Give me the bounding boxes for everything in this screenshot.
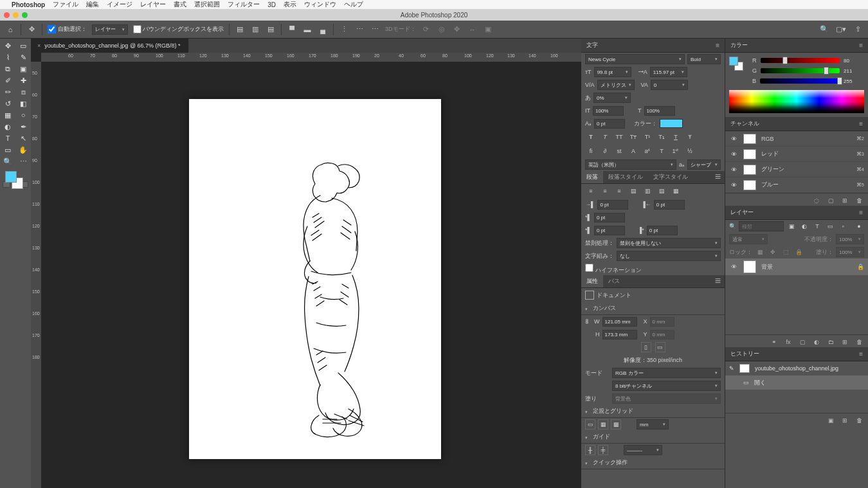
guides-toggle-button[interactable]: ▩ <box>611 419 621 429</box>
history-state-open[interactable]: ▭ 開く <box>725 375 868 390</box>
r-value[interactable]: 80 <box>844 58 860 64</box>
eyedropper-tool[interactable]: ✐ <box>0 75 15 86</box>
tab-paths[interactable]: パス <box>603 275 625 287</box>
new-layer-icon[interactable]: ⊞ <box>840 337 850 347</box>
justify-last-left-button[interactable]: ▤ <box>628 186 639 196</box>
g-slider[interactable] <box>761 68 840 73</box>
menu-view[interactable]: 表示 <box>284 0 296 9</box>
pen-tool[interactable]: ✒ <box>15 121 31 132</box>
filter-shape-icon[interactable]: ▭ <box>825 221 835 231</box>
tsume-field[interactable]: 0% <box>593 93 631 103</box>
blend-mode-select[interactable]: 通常 <box>729 234 768 244</box>
dodge-tool[interactable]: ◐ <box>0 121 15 132</box>
blur-tool[interactable]: ○ <box>15 109 31 121</box>
marquee-tool[interactable]: ▭ <box>15 40 31 51</box>
eraser-tool[interactable]: ◧ <box>15 98 31 109</box>
guide-lock-button[interactable]: ╪ <box>598 445 608 455</box>
layer-filter-input[interactable] <box>739 221 784 231</box>
italic-button[interactable]: T <box>599 132 611 142</box>
font-weight-select[interactable]: Bold <box>687 54 721 64</box>
font-family-select[interactable]: News Cycle <box>585 54 685 64</box>
lock-all-icon[interactable]: 🔒 <box>793 247 804 257</box>
menu-file[interactable]: ファイル <box>53 0 78 9</box>
tab-paragraph-styles[interactable]: 段落スタイル <box>603 171 648 183</box>
align-left-button[interactable]: ≡ <box>585 186 597 196</box>
filter-adjust-icon[interactable]: ◐ <box>799 221 809 231</box>
bit-depth-select[interactable]: 8 bit/チャンネル <box>612 381 721 391</box>
hscale-field[interactable]: 100% <box>644 106 675 116</box>
align-middle-icon[interactable]: ▬ <box>302 24 312 35</box>
layer-visibility-icon[interactable]: 👁 <box>729 264 738 270</box>
layer-style-icon[interactable]: fx <box>783 337 793 347</box>
channel-row-レッド[interactable]: 👁レッド⌘3 <box>725 147 868 162</box>
leading-field[interactable]: 115.97 pt <box>650 67 687 77</box>
text-color-swatch[interactable] <box>660 119 683 128</box>
filter-toggle-icon[interactable]: ● <box>854 221 864 231</box>
app-name[interactable]: Photoshop <box>12 1 45 8</box>
smallcaps-button[interactable]: Tᴛ <box>628 132 639 142</box>
channel-visibility-icon[interactable]: 👁 <box>729 167 738 173</box>
titling-button[interactable]: A <box>628 146 639 156</box>
ligature-button[interactable]: fi <box>585 146 597 156</box>
delete-layer-icon[interactable]: 🗑 <box>854 337 864 347</box>
canvas-viewport[interactable] <box>41 62 581 488</box>
character-panel-menu-icon[interactable]: ≡ <box>716 42 719 49</box>
fg-color-swatch[interactable] <box>729 57 738 66</box>
brush-tool[interactable]: ✏ <box>0 86 15 98</box>
menu-type[interactable]: 書式 <box>174 0 186 9</box>
history-brush-source-icon[interactable]: ✎ <box>729 365 734 372</box>
layers-panel-menu-icon[interactable]: ≡ <box>859 209 863 216</box>
ruler-horizontal[interactable]: 6070809010011012013014015016017018019020… <box>41 53 581 62</box>
crop-tool[interactable]: ⧉ <box>0 63 15 75</box>
shape-tool[interactable]: ▭ <box>0 144 15 156</box>
underline-button[interactable]: T <box>670 132 682 142</box>
layer-name[interactable]: 背景 <box>761 263 773 271</box>
menu-filter[interactable]: フィルター <box>228 0 260 9</box>
tracking-field[interactable]: 0 <box>651 80 688 90</box>
minimize-window-button[interactable] <box>13 12 19 18</box>
move-tool[interactable]: ✥ <box>0 40 15 51</box>
guide-preset-select[interactable]: ——— <box>624 445 662 455</box>
stylistic-button[interactable]: st <box>613 146 625 156</box>
color-mode-select[interactable]: RGB カラー <box>612 368 721 378</box>
bounding-box-checkbox[interactable]: バウンディングボックスを表示 <box>133 25 224 33</box>
align-center-button[interactable]: ≡ <box>599 186 611 196</box>
antialias-select[interactable]: シャープ <box>687 159 721 170</box>
menu-help[interactable]: ヘルプ <box>344 0 363 9</box>
new-channel-icon[interactable]: ⊞ <box>840 195 850 206</box>
fill-select[interactable]: 背景色 <box>612 393 721 404</box>
zoom-window-button[interactable] <box>22 12 28 18</box>
oldstyle-button[interactable]: ∂ <box>599 146 611 156</box>
channel-row-グリーン[interactable]: 👁グリーン⌘4 <box>725 162 868 177</box>
align-center-h-icon[interactable]: ▥ <box>250 24 260 35</box>
filter-type-icon[interactable]: T <box>812 221 822 231</box>
channel-row-RGB[interactable]: 👁RGB⌘2 <box>725 131 868 147</box>
menu-window[interactable]: ウィンドウ <box>304 0 336 9</box>
channels-panel-header[interactable]: チャンネル ≡ <box>725 117 868 131</box>
indent-right-field[interactable]: 0 pt <box>654 200 685 210</box>
distribute-v-icon[interactable]: ⋯ <box>354 24 365 35</box>
allcaps-button[interactable]: TT <box>613 132 625 142</box>
filter-icon[interactable]: 🔍 <box>729 223 736 230</box>
guide-view-button[interactable]: ╫ <box>585 445 595 455</box>
type-tool[interactable]: T <box>0 132 15 144</box>
filter-smart-icon[interactable]: ▫ <box>838 221 848 231</box>
subscript-button[interactable]: T₁ <box>656 132 667 142</box>
color-swatches[interactable] <box>0 170 31 195</box>
channel-visibility-icon[interactable]: 👁 <box>729 182 738 188</box>
fill-opacity-field[interactable]: 100% <box>836 247 864 257</box>
canvas-height-field[interactable]: 173.3 mm <box>602 330 637 339</box>
link-wh-icon[interactable]: 𝟠 <box>585 318 589 325</box>
color-spectrum[interactable] <box>729 90 864 113</box>
align-right-button[interactable]: ≡ <box>613 186 625 196</box>
hand-tool[interactable]: ✋ <box>15 144 31 156</box>
delete-state-icon[interactable]: 🗑 <box>854 415 864 426</box>
space-after-field[interactable]: 0 pt <box>647 226 678 235</box>
ruler-unit-select[interactable]: mm <box>637 419 669 429</box>
menu-layer[interactable]: レイヤー <box>140 0 166 9</box>
ruler-toggle-button[interactable]: ▭ <box>585 419 595 429</box>
orientation-portrait-button[interactable]: ▯ <box>641 342 651 352</box>
orientation-landscape-button[interactable]: ▭ <box>655 342 665 352</box>
paragraph-panel-menu-icon[interactable]: ≡ <box>711 171 725 183</box>
lock-pixels-icon[interactable]: ▦ <box>755 247 765 257</box>
